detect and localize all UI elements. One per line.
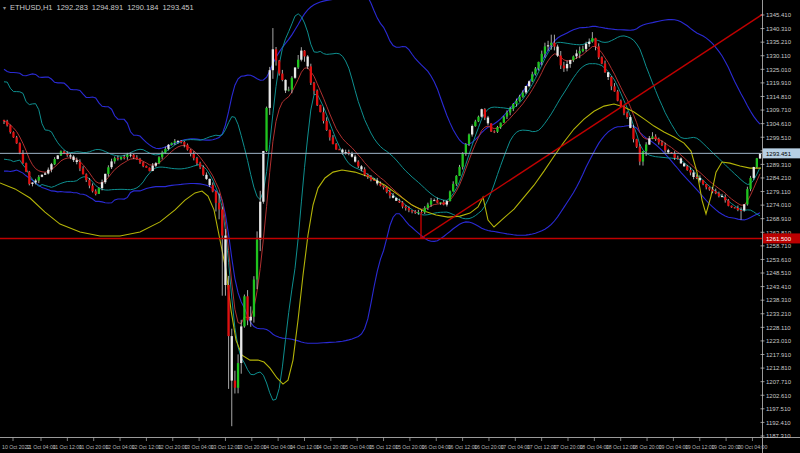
chart-title: ▾ ETHUSD,H1 1292.283 1294.891 1290.184 1… <box>3 3 194 12</box>
bull-candle-body <box>506 113 508 117</box>
time-axis-label: 19 Oct 12:00 <box>685 444 715 450</box>
time-axis-label: 13 Oct 04:00 <box>184 444 214 450</box>
bear-candle-body <box>623 107 625 114</box>
bear-candle-body <box>689 170 691 173</box>
bull-candle-body <box>35 181 37 183</box>
time-axis-label: 14 Oct 12:00 <box>290 444 320 450</box>
chart-plot-area[interactable] <box>0 0 762 437</box>
bull-candle-body <box>427 205 429 208</box>
bear-candle-body <box>338 149 340 150</box>
bear-candle-body <box>405 207 407 208</box>
bull-candle-body <box>446 201 448 205</box>
bear-candle-body <box>613 86 615 91</box>
bull-candle-body <box>579 51 581 53</box>
bull-candle-body <box>481 109 483 117</box>
bear-candle-body <box>696 177 698 178</box>
bear-candle-body <box>443 202 445 204</box>
bear-candle-body <box>364 169 366 174</box>
time-axis-label: 14 Oct 20:00 <box>316 444 346 450</box>
time-axis-label: 17 Oct 04:00 <box>500 444 530 450</box>
bear-candle-body <box>227 285 229 336</box>
bull-candle-body <box>749 178 751 189</box>
bear-candle-body <box>66 154 68 156</box>
bear-candle-body <box>12 132 14 137</box>
bear-candle-body <box>329 130 331 137</box>
bear-candle-body <box>490 123 492 131</box>
time-axis-label: 11 Oct 20:00 <box>79 444 108 450</box>
chart-symbol-icon: ▾ <box>3 4 6 11</box>
chart-canvas[interactable]: 1345.4101340.3101335.2101330.1101325.010… <box>0 0 800 453</box>
bull-candle-body <box>174 141 176 143</box>
price-axis-label: 1223.010 <box>766 338 792 344</box>
bull-candle-body <box>250 317 252 321</box>
bear-candle-body <box>724 197 726 200</box>
bull-candle-body <box>550 43 552 46</box>
time-axis-label: 11 Oct 04:00 <box>26 444 55 450</box>
bull-candle-body <box>743 204 745 210</box>
bear-candle-body <box>360 166 362 169</box>
bull-candle-body <box>297 60 299 68</box>
bull-candle-body <box>288 90 290 91</box>
bull-candle-body <box>541 54 543 62</box>
ohlc-high: 1294.891 <box>92 3 123 12</box>
bull-candle-body <box>503 117 505 123</box>
bull-candle-body <box>262 151 264 202</box>
bear-candle-body <box>22 153 24 163</box>
price-axis-label: 1217.910 <box>766 352 792 358</box>
price-axis-label: 1274.010 <box>766 202 792 208</box>
bear-candle-body <box>215 192 217 203</box>
bull-candle-body <box>462 154 464 167</box>
time-axis-label: 20 Oct 04:00 <box>738 444 768 450</box>
bull-candle-body <box>101 182 103 188</box>
time-axis-label: 14 Oct 04:00 <box>263 444 293 450</box>
bull-candle-body <box>531 74 533 81</box>
bear-candle-body <box>718 193 720 196</box>
price-axis-label: 1212.810 <box>766 365 792 371</box>
bear-candle-body <box>484 109 486 117</box>
price-axis-label: 1284.210 <box>766 175 792 181</box>
bull-candle-body <box>759 153 761 158</box>
bull-candle-body <box>582 49 584 51</box>
bull-candle-body <box>50 164 52 169</box>
bear-candle-body <box>389 192 391 196</box>
bull-candle-body <box>300 51 302 60</box>
bear-candle-body <box>180 141 182 142</box>
bull-candle-body <box>259 202 261 240</box>
current-price-tag-label: 1293.451 <box>766 151 792 157</box>
bear-candle-body <box>740 210 742 211</box>
bear-candle-body <box>212 185 214 191</box>
bull-candle-body <box>256 240 258 280</box>
bull-candle-body <box>294 68 296 78</box>
bear-candle-body <box>373 180 375 181</box>
mt4-chart-window: ▾ ETHUSD,H1 1292.283 1294.891 1290.184 1… <box>0 0 800 453</box>
bull-candle-body <box>642 151 644 161</box>
bull-candle-body <box>272 49 274 70</box>
bear-candle-body <box>234 381 236 388</box>
bear-candle-body <box>632 128 634 139</box>
price-axis-label: 1279.110 <box>766 189 791 195</box>
time-axis-label: 12 Oct 12:00 <box>132 444 162 450</box>
bear-candle-body <box>727 200 729 205</box>
bear-candle-body <box>661 143 663 146</box>
bear-candle-body <box>117 158 119 159</box>
price-axis-label: 1299.510 <box>766 135 792 141</box>
red-line-price-tag-label: 1261.500 <box>766 236 792 242</box>
bull-candle-body <box>496 127 498 132</box>
bear-candle-body <box>683 163 685 166</box>
bear-candle-body <box>142 162 144 166</box>
bear-candle-body <box>594 38 596 46</box>
bear-candle-body <box>401 202 403 206</box>
time-axis-label: 16 Oct 20:00 <box>474 444 504 450</box>
bull-candle-body <box>534 69 536 75</box>
bear-candle-body <box>218 203 220 210</box>
bear-candle-body <box>386 187 388 192</box>
bear-candle-body <box>303 51 305 57</box>
bull-candle-body <box>155 163 157 166</box>
bull-candle-body <box>240 326 242 363</box>
bull-candle-body <box>107 167 109 174</box>
bear-candle-body <box>680 158 682 163</box>
bull-candle-body <box>152 166 154 171</box>
bear-candle-body <box>382 186 384 188</box>
price-axis-label: 1202.610 <box>766 393 792 399</box>
bear-candle-body <box>711 190 713 192</box>
